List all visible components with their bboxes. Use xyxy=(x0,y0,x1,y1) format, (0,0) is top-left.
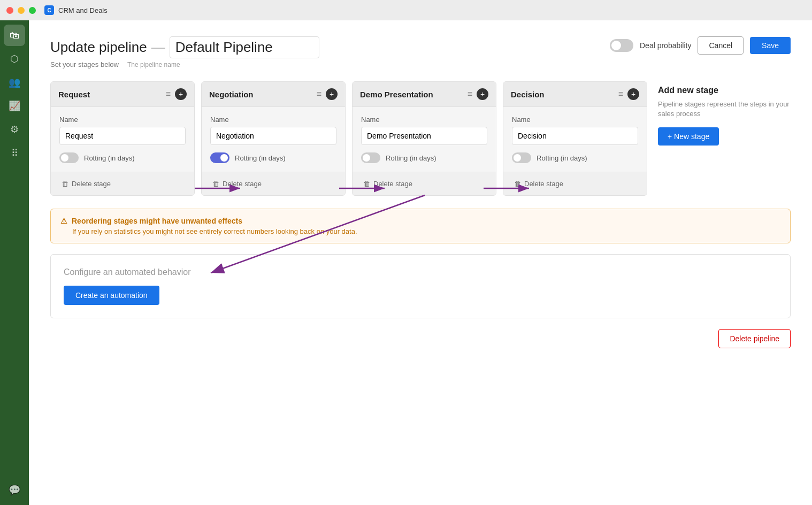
titlebar: C CRM and Deals xyxy=(0,0,812,20)
page-subtitle: Set your stages below xyxy=(50,60,119,68)
rotting-row-request: Rotting (in days) xyxy=(59,152,186,163)
rotting-label-negotiation: Rotting (in days) xyxy=(235,154,286,162)
add-stage-description: Pipeline stages represent the steps in y… xyxy=(658,100,791,119)
sidebar-item-analytics[interactable]: 📈 xyxy=(4,95,25,117)
stage-header-negotiation: Negotiation ≡ + xyxy=(202,82,345,107)
rotting-label-decision: Rotting (in days) xyxy=(537,154,587,162)
pipeline-name-hint: The pipeline name xyxy=(127,61,180,68)
delete-label-negotiation: Delete stage xyxy=(223,180,262,188)
delete-label-decision: Delete stage xyxy=(524,180,563,188)
rotting-slider-negotiation xyxy=(210,152,229,163)
stage-title-negotiation: Negotiation xyxy=(209,90,254,99)
sidebar-item-more[interactable]: ⠿ xyxy=(4,142,25,164)
stage-card-request: Request ≡ + Name xyxy=(50,81,195,196)
rotting-toggle-demo[interactable] xyxy=(361,152,380,163)
warning-icon: ⚠ xyxy=(60,217,67,225)
stage-title-demo: Demo Presentation xyxy=(360,90,433,99)
stage-body-demo: Name Rotting (in days) xyxy=(353,107,496,172)
delete-label-demo: Delete stage xyxy=(373,180,412,188)
stage-card-decision: Decision ≡ + Name xyxy=(503,81,647,196)
drag-icon-demo: ≡ xyxy=(468,89,472,99)
close-button[interactable] xyxy=(6,7,13,14)
stage-footer-decision: 🗑 Delete stage xyxy=(503,172,647,195)
delete-stage-demo[interactable]: 🗑 Delete stage xyxy=(360,178,416,190)
cancel-button[interactable]: Cancel xyxy=(698,36,744,55)
sidebar-item-deals[interactable]: 🛍 xyxy=(4,25,25,46)
sidebar-item-contacts[interactable]: 👥 xyxy=(4,72,25,93)
maximize-button[interactable] xyxy=(29,7,36,14)
new-stage-button[interactable]: + New stage xyxy=(658,127,719,146)
deal-probability-label: Deal probability xyxy=(640,41,692,50)
name-input-decision[interactable] xyxy=(512,127,638,145)
delete-stage-decision[interactable]: 🗑 Delete stage xyxy=(511,178,566,190)
rotting-slider-demo xyxy=(361,152,380,163)
name-label-negotiation: Name xyxy=(210,116,336,124)
deal-probability-toggle[interactable] xyxy=(610,39,633,52)
rotting-row-demo: Rotting (in days) xyxy=(361,152,487,163)
rotting-toggle-negotiation[interactable] xyxy=(210,152,229,163)
deal-probability-slider xyxy=(610,39,633,52)
sidebar: 🛍 ⬡ 👥 📈 ⚙ ⠿ 💬 xyxy=(0,20,29,505)
stage-header-icons-decision: ≡ + xyxy=(618,88,639,100)
stage-title-decision: Decision xyxy=(511,90,545,99)
rotting-row-negotiation: Rotting (in days) xyxy=(210,152,336,163)
add-stage-title: Add new stage xyxy=(658,86,791,95)
drag-icon-negotiation: ≡ xyxy=(317,89,321,99)
add-icon-demo[interactable]: + xyxy=(477,88,488,100)
stage-card-negotiation: Negotiation ≡ + Name xyxy=(201,81,346,196)
drag-icon-decision: ≡ xyxy=(618,89,623,99)
automation-section: Configure an automated behavior Create a… xyxy=(50,254,791,318)
stage-header-icons-negotiation: ≡ + xyxy=(317,88,338,100)
delete-pipeline-row: Delete pipeline xyxy=(50,329,791,348)
pipeline-name-input[interactable] xyxy=(170,36,319,58)
minimize-button[interactable] xyxy=(18,7,25,14)
title-section: Update pipeline — Set your stages below … xyxy=(50,36,319,68)
rotting-toggle-request[interactable] xyxy=(59,152,79,163)
automation-title: Configure an automated behavior xyxy=(64,267,777,277)
stage-title-request: Request xyxy=(58,90,90,99)
stage-header-icons-demo: ≡ + xyxy=(468,88,488,100)
header-actions: Deal probability Cancel Save xyxy=(610,36,791,55)
add-stage-panel: Add new stage Pipeline stages represent … xyxy=(654,81,791,146)
sidebar-item-settings[interactable]: ⚙ xyxy=(4,119,25,140)
stage-body-negotiation: Name Rotting (in days) xyxy=(202,107,345,172)
page-header: Update pipeline — Set your stages below … xyxy=(50,36,791,68)
stages-wrapper: Request ≡ + Name xyxy=(50,81,791,196)
delete-stage-request[interactable]: 🗑 Delete stage xyxy=(58,178,114,190)
stage-footer-request: 🗑 Delete stage xyxy=(51,172,194,195)
rotting-slider-request xyxy=(59,152,79,163)
add-icon-decision[interactable]: + xyxy=(627,88,639,100)
name-input-negotiation[interactable] xyxy=(210,127,336,145)
page-title-dash: — xyxy=(151,39,165,56)
delete-label-request: Delete stage xyxy=(72,180,111,188)
sidebar-item-products[interactable]: ⬡ xyxy=(4,48,25,70)
rotting-toggle-decision[interactable] xyxy=(512,152,531,163)
titlebar-title: C CRM and Deals xyxy=(44,5,108,15)
create-automation-button[interactable]: Create an automation xyxy=(64,286,159,305)
stages-container: Request ≡ + Name xyxy=(50,81,791,196)
sidebar-item-chat[interactable]: 💬 xyxy=(4,479,25,501)
rotting-row-decision: Rotting (in days) xyxy=(512,152,638,163)
stage-body-decision: Name Rotting (in days) xyxy=(503,107,647,172)
name-input-demo[interactable] xyxy=(361,127,487,145)
page-title: Update pipeline xyxy=(50,39,147,56)
rotting-label-request: Rotting (in days) xyxy=(84,154,135,162)
add-icon-request[interactable]: + xyxy=(175,88,187,100)
delete-stage-negotiation[interactable]: 🗑 Delete stage xyxy=(209,178,265,190)
trash-icon-demo: 🗑 xyxy=(363,180,370,188)
name-input-request[interactable] xyxy=(59,127,186,145)
delete-pipeline-button[interactable]: Delete pipeline xyxy=(718,329,791,348)
stage-header-demo: Demo Presentation ≡ + xyxy=(353,82,496,107)
trash-icon-request: 🗑 xyxy=(62,180,68,188)
add-icon-negotiation[interactable]: + xyxy=(326,88,338,100)
automation-wrapper: Configure an automated behavior Create a… xyxy=(50,254,791,318)
trash-icon-negotiation: 🗑 xyxy=(212,180,219,188)
stage-card-demo: Demo Presentation ≡ + Name xyxy=(352,81,496,196)
name-label-decision: Name xyxy=(512,116,638,124)
rotting-label-demo: Rotting (in days) xyxy=(386,154,436,162)
save-button[interactable]: Save xyxy=(750,37,791,54)
trash-icon-decision: 🗑 xyxy=(514,180,521,188)
name-label-demo: Name xyxy=(361,116,487,124)
drag-icon-request: ≡ xyxy=(166,89,171,99)
stage-header-request: Request ≡ + xyxy=(51,82,194,107)
